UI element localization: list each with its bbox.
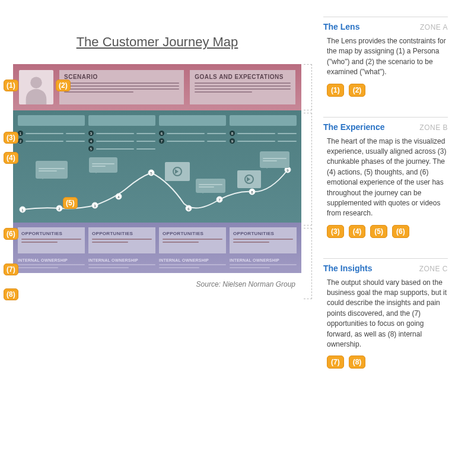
thoughts-emotion-row: 1 2 3 4 5 6 7 8 9: [18, 155, 297, 220]
play-icon: [173, 167, 182, 176]
marker-6: (6): [4, 228, 18, 240]
action-number: 3: [88, 131, 94, 136]
quote-bubble: [260, 151, 289, 168]
ref-chip: (4): [349, 225, 366, 238]
diagram-title: The Customer Journey Map: [7, 34, 307, 50]
persona-avatar: [19, 70, 53, 104]
insights-section: OPPORTUNITIES OPPORTUNITIES OPPORTUNITIE…: [13, 223, 301, 273]
marker-8: (8): [4, 288, 18, 300]
marker-2: (2): [56, 80, 71, 91]
zone-title: The Lens: [323, 22, 359, 31]
ownership-cell: INTERNAL OWNERSHIP: [230, 258, 297, 268]
quote-bubble: [196, 179, 225, 193]
ref-chip: (2): [349, 84, 366, 97]
svg-point-0: [30, 77, 42, 88]
opportunities-row: OPPORTUNITIES OPPORTUNITIES OPPORTUNITIE…: [18, 227, 297, 253]
quote-bubble: [36, 161, 68, 179]
action-number: 5: [88, 146, 94, 151]
phases-row: [18, 115, 297, 126]
zone-bracket-a: [304, 64, 312, 110]
scenario-label: SCENARIO: [64, 74, 179, 80]
person-icon: [23, 74, 49, 104]
phase-block: [18, 115, 85, 126]
zone-label: ZONE A: [420, 23, 448, 31]
zone-bracket-c: [304, 228, 312, 299]
journey-map: SCENARIO GOALS AND EXPECTATIONS: [13, 64, 301, 273]
quote-bubble: [89, 157, 117, 173]
action-number: 7: [159, 138, 164, 144]
action-number: 1: [18, 131, 23, 136]
zone-chips: (3) (4) (5) (6): [323, 225, 448, 238]
marker-1: (1): [4, 80, 18, 91]
opportunity-cell: OPPORTUNITIES: [159, 227, 226, 253]
action-number: 6: [159, 131, 164, 136]
ref-chip: (5): [370, 225, 387, 238]
goals-box: GOALS AND EXPECTATIONS: [190, 70, 295, 104]
zone-title: The Experience: [323, 122, 385, 132]
scenario-box: SCENARIO: [59, 70, 184, 104]
phase-block: [230, 115, 297, 126]
action-number: 8: [230, 131, 235, 136]
zone-label: ZONE C: [419, 265, 448, 273]
zone-c: The InsightsZONE C The output should var…: [323, 258, 448, 380]
marker-5: (5): [63, 197, 78, 209]
marker-4: (4): [4, 152, 18, 164]
ref-chip: (3): [327, 225, 344, 238]
diagram-canvas: The Customer Journey Map (1) (2) (3) (4)…: [0, 0, 314, 288]
video-thumb: [165, 162, 190, 181]
opportunity-cell: OPPORTUNITIES: [88, 227, 155, 253]
actions-row: 1 2 3 4 5 6 7 8 9: [18, 131, 297, 151]
zone-label: ZONE B: [419, 123, 448, 132]
phase-block: [159, 115, 226, 126]
opportunity-cell: OPPORTUNITIES: [230, 227, 297, 253]
phase-block: [88, 115, 155, 126]
play-icon: [244, 174, 254, 184]
ref-chip: (8): [349, 356, 366, 369]
zone-description: The Lens provides the contstraints for t…: [323, 36, 448, 78]
action-number: 9: [230, 138, 235, 144]
zone-title: The Insights: [323, 264, 372, 273]
ownership-cell: INTERNAL OWNERSHIP: [18, 258, 85, 268]
zone-chips: (7) (8): [323, 356, 448, 369]
ref-chip: (1): [327, 84, 344, 97]
source-text: Source: Nielsen Norman Group: [7, 280, 295, 288]
experience-section: 1 2 3 4 5 6 7 8 9: [13, 110, 301, 223]
ownership-row: INTERNAL OWNERSHIP INTERNAL OWNERSHIP IN…: [18, 258, 297, 268]
action-number: 4: [88, 138, 94, 144]
video-thumb: [237, 170, 261, 188]
ownership-cell: INTERNAL OWNERSHIP: [159, 258, 226, 268]
ownership-cell: INTERNAL OWNERSHIP: [88, 258, 155, 268]
marker-7: (7): [4, 264, 18, 275]
zone-a: The LensZONE A The Lens provides the con…: [323, 17, 448, 107]
goals-label: GOALS AND EXPECTATIONS: [195, 74, 291, 80]
zone-bracket-b: [304, 113, 312, 226]
zone-chips: (1) (2): [323, 84, 448, 97]
zones-sidebar: The LensZONE A The Lens provides the con…: [323, 17, 448, 379]
ref-chip: (6): [392, 225, 409, 238]
placeholder-lines: [195, 82, 291, 93]
zone-b: The ExperienceZONE B The heart of the ma…: [323, 117, 448, 249]
ref-chip: (7): [327, 356, 344, 369]
marker-3: (3): [4, 132, 18, 144]
zone-description: The output should vary based on the busi…: [323, 278, 448, 350]
placeholder-lines: [64, 82, 179, 93]
action-number: 2: [18, 138, 23, 144]
zone-description: The heart of the map is the visualized e…: [323, 137, 448, 219]
opportunity-cell: OPPORTUNITIES: [18, 227, 85, 253]
